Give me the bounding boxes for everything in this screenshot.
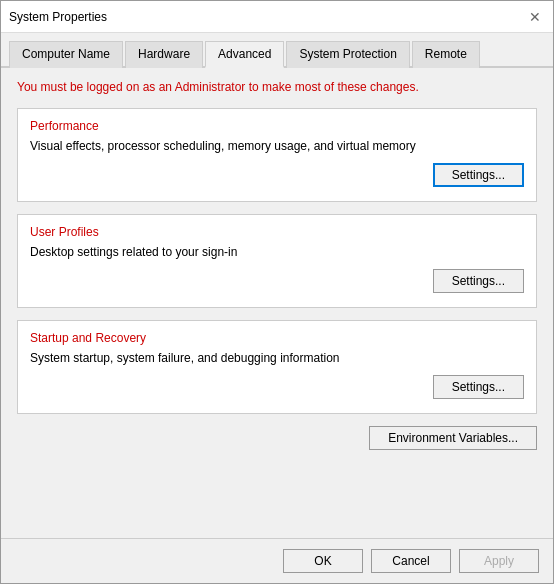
close-button[interactable]: ✕ xyxy=(525,7,545,27)
tab-content: You must be logged on as an Administrato… xyxy=(1,68,553,538)
tab-advanced[interactable]: Advanced xyxy=(205,41,284,68)
performance-section: Performance Visual effects, processor sc… xyxy=(17,108,537,202)
user-profiles-settings-button[interactable]: Settings... xyxy=(433,269,524,293)
user-profiles-title: User Profiles xyxy=(30,225,524,239)
tab-remote[interactable]: Remote xyxy=(412,41,480,68)
apply-button[interactable]: Apply xyxy=(459,549,539,573)
tab-system-protection[interactable]: System Protection xyxy=(286,41,409,68)
user-profiles-description: Desktop settings related to your sign-in xyxy=(30,245,524,259)
window-title: System Properties xyxy=(9,10,107,24)
tab-hardware[interactable]: Hardware xyxy=(125,41,203,68)
startup-recovery-settings-button[interactable]: Settings... xyxy=(433,375,524,399)
ok-button[interactable]: OK xyxy=(283,549,363,573)
env-variables-row: Environment Variables... xyxy=(17,426,537,450)
performance-title: Performance xyxy=(30,119,524,133)
startup-recovery-section: Startup and Recovery System startup, sys… xyxy=(17,320,537,414)
tab-bar: Computer Name Hardware Advanced System P… xyxy=(1,33,553,68)
tab-computer-name[interactable]: Computer Name xyxy=(9,41,123,68)
environment-variables-button[interactable]: Environment Variables... xyxy=(369,426,537,450)
title-bar: System Properties ✕ xyxy=(1,1,553,33)
admin-notice: You must be logged on as an Administrato… xyxy=(17,80,537,94)
footer: OK Cancel Apply xyxy=(1,538,553,583)
startup-recovery-description: System startup, system failure, and debu… xyxy=(30,351,524,365)
cancel-button[interactable]: Cancel xyxy=(371,549,451,573)
system-properties-window: System Properties ✕ Computer Name Hardwa… xyxy=(0,0,554,584)
performance-description: Visual effects, processor scheduling, me… xyxy=(30,139,524,153)
performance-settings-button[interactable]: Settings... xyxy=(433,163,524,187)
user-profiles-section: User Profiles Desktop settings related t… xyxy=(17,214,537,308)
startup-recovery-title: Startup and Recovery xyxy=(30,331,524,345)
